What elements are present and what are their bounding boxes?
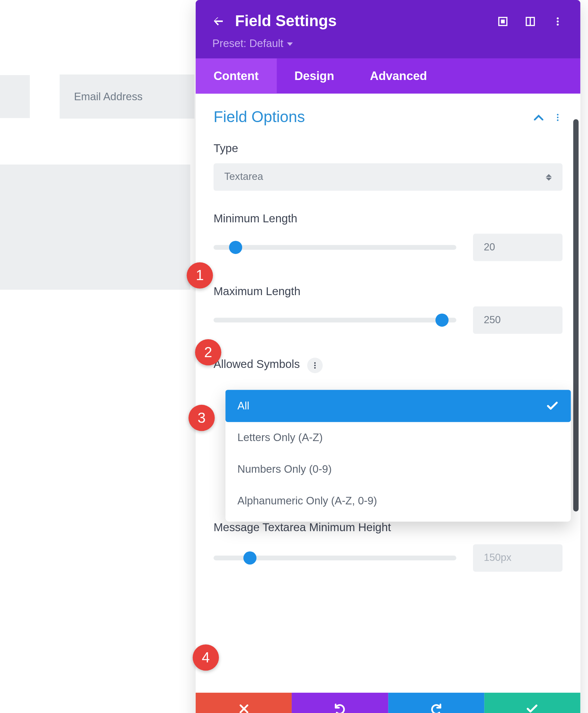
tab-advanced[interactable]: Advanced — [352, 59, 445, 94]
background-field-edge — [0, 75, 30, 118]
tab-design[interactable]: Design — [276, 59, 352, 94]
msg-height-slider[interactable] — [214, 555, 456, 560]
cancel-button[interactable] — [196, 693, 292, 713]
min-length-input[interactable]: 20 — [473, 234, 563, 261]
option-alnum-label: Alphanumeric Only (A-Z, 0-9) — [237, 495, 377, 507]
section-title: Field Options — [214, 108, 305, 127]
min-length-slider[interactable] — [214, 245, 456, 250]
option-letters-label: Letters Only (A-Z) — [237, 432, 323, 444]
slider-thumb[interactable] — [435, 314, 448, 326]
option-numbers[interactable]: Numbers Only (0-9) — [225, 454, 571, 485]
svg-point-10 — [314, 362, 316, 364]
option-all[interactable]: All — [225, 390, 571, 422]
undo-button[interactable] — [292, 693, 388, 713]
save-button[interactable] — [484, 693, 580, 713]
select-arrows-icon — [546, 174, 552, 180]
max-length-slider[interactable] — [214, 318, 456, 323]
annotation-marker-4: 4 — [193, 645, 219, 671]
annotation-marker-3: 3 — [188, 405, 215, 431]
svg-point-6 — [556, 23, 559, 25]
svg-point-9 — [557, 119, 559, 121]
slider-thumb[interactable] — [229, 241, 242, 254]
option-all-label: All — [237, 399, 250, 412]
tab-bar: Content Design Advanced — [196, 59, 581, 94]
modal-title: Field Settings — [235, 12, 336, 31]
modal-body: Field Options Type Textarea Minimum Leng… — [196, 94, 581, 571]
option-numbers-label: Numbers Only (0-9) — [237, 463, 332, 476]
svg-point-5 — [556, 20, 559, 22]
type-select[interactable]: Textarea — [214, 163, 563, 191]
kebab-menu-icon[interactable] — [552, 15, 564, 27]
annotation-marker-1: 1 — [187, 262, 213, 288]
section-menu-icon[interactable] — [553, 112, 563, 122]
scrollbar[interactable] — [573, 119, 579, 512]
layout-icon[interactable] — [524, 15, 537, 27]
option-letters[interactable]: Letters Only (A-Z) — [225, 422, 571, 454]
type-value: Textarea — [225, 171, 263, 183]
modal-header: Field Settings Preset: Default — [196, 0, 581, 59]
option-alnum[interactable]: Alphanumeric Only (A-Z, 0-9) — [225, 485, 571, 517]
preset-selector[interactable]: Preset: Default — [212, 38, 564, 50]
allowed-symbols-menu-icon[interactable] — [308, 358, 323, 373]
tab-content[interactable]: Content — [196, 59, 277, 94]
svg-point-4 — [556, 17, 559, 19]
email-placeholder: Email Address — [74, 90, 142, 103]
svg-point-11 — [314, 365, 316, 366]
svg-point-12 — [314, 367, 316, 369]
back-icon[interactable] — [212, 15, 225, 27]
fullscreen-icon[interactable] — [497, 15, 509, 27]
svg-point-7 — [557, 114, 559, 115]
max-length-input[interactable]: 250 — [473, 306, 563, 334]
slider-thumb[interactable] — [244, 551, 256, 564]
preset-label: Preset: Default — [212, 38, 283, 50]
min-length-value: 20 — [484, 242, 495, 254]
redo-button[interactable] — [388, 693, 484, 713]
svg-point-8 — [557, 116, 559, 118]
max-length-label: Maximum Length — [214, 285, 563, 298]
field-settings-modal: Field Settings Preset: Default — [196, 0, 581, 713]
max-length-value: 250 — [484, 314, 501, 326]
allowed-symbols-label: Allowed Symbols — [214, 358, 300, 370]
annotation-marker-2: 2 — [195, 339, 221, 365]
type-label: Type — [214, 142, 563, 155]
msg-height-placeholder: 150px — [484, 552, 511, 564]
msg-height-input[interactable]: 150px — [473, 544, 563, 571]
modal-footer — [196, 693, 581, 713]
msg-height-label: Message Textarea Minimum Height — [214, 519, 428, 535]
collapse-icon[interactable] — [534, 114, 543, 120]
svg-rect-1 — [501, 20, 504, 23]
email-field[interactable]: Email Address — [60, 74, 195, 118]
allowed-symbols-dropdown: All Letters Only (A-Z) Numbers Only (0-9… — [225, 390, 571, 522]
min-length-label: Minimum Length — [214, 212, 563, 225]
background-textarea[interactable] — [0, 165, 190, 289]
